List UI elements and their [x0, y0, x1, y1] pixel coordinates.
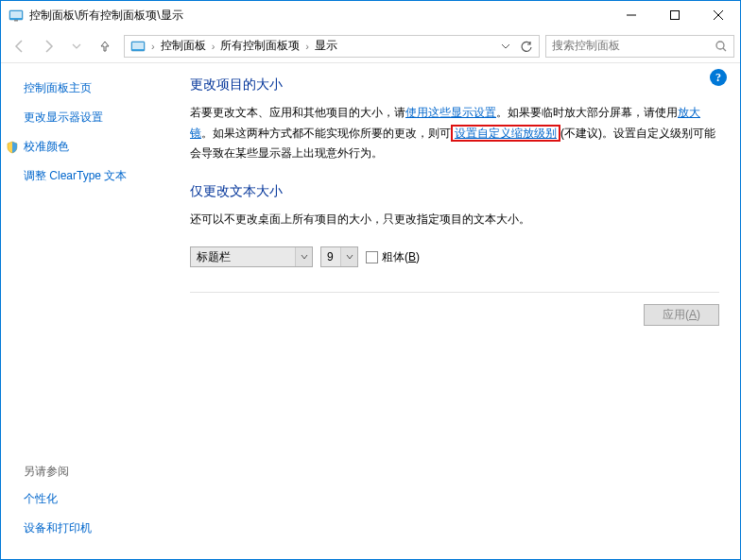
link-display-settings[interactable]: 使用这些显示设置 [405, 106, 496, 119]
svg-rect-4 [671, 11, 680, 20]
sidebar-cleartype[interactable]: 调整 ClearType 文本 [24, 168, 179, 184]
chevron-right-icon[interactable]: › [303, 41, 311, 52]
sidebar-home[interactable]: 控制面板主页 [24, 80, 179, 96]
svg-line-10 [723, 48, 726, 51]
text-size-controls: 标题栏 9 粗体(B) [190, 246, 719, 267]
close-button[interactable] [697, 1, 740, 29]
section1-text: 若要更改文本、应用和其他项目的大小，请使用这些显示设置。如果要临时放大部分屏幕，… [190, 103, 719, 164]
navbar: › 控制面板 › 所有控制面板项 › 显示 搜索控制面板 [1, 29, 740, 63]
bold-checkbox[interactable]: 粗体(B) [366, 249, 420, 265]
recent-dropdown[interactable] [63, 33, 90, 59]
search-input[interactable]: 搜索控制面板 [545, 35, 734, 58]
window-title: 控制面板\所有控制面板项\显示 [29, 8, 183, 24]
seealso-devices[interactable]: 设备和打印机 [24, 520, 179, 536]
back-button[interactable] [7, 33, 33, 59]
size-select[interactable]: 9 [320, 246, 358, 267]
svg-rect-8 [132, 42, 144, 49]
maximize-button[interactable] [653, 1, 697, 29]
item-select[interactable]: 标题栏 [190, 246, 313, 267]
breadcrumb-item[interactable]: 控制面板 [157, 38, 210, 54]
chevron-down-icon [295, 247, 312, 266]
search-icon [715, 40, 728, 53]
breadcrumb-item[interactable]: 显示 [311, 38, 341, 54]
chevron-down-icon [340, 247, 357, 266]
refresh-button[interactable] [516, 36, 537, 57]
chevron-right-icon[interactable]: › [149, 41, 157, 52]
sidebar: 控制面板主页 更改显示器设置 校准颜色 调整 ClearType 文本 另请参阅… [1, 63, 190, 559]
chevron-right-icon[interactable]: › [210, 41, 217, 52]
main: 控制面板主页 更改显示器设置 校准颜色 调整 ClearType 文本 另请参阅… [1, 63, 740, 559]
address-bar[interactable]: › 控制面板 › 所有控制面板项 › 显示 [124, 35, 540, 58]
forward-button[interactable] [35, 33, 61, 59]
address-icon [130, 39, 146, 54]
section2-title: 仅更改文本大小 [190, 183, 719, 200]
search-placeholder: 搜索控制面板 [552, 38, 715, 54]
link-custom-scaling[interactable]: 设置自定义缩放级别 [451, 125, 560, 142]
section2-text: 还可以不更改桌面上所有项目的大小，只更改指定项目的文本大小。 [190, 210, 719, 230]
breadcrumb-item[interactable]: 所有控制面板项 [216, 38, 303, 54]
help-icon[interactable]: ? [710, 69, 727, 86]
shield-icon [6, 141, 19, 154]
sidebar-seealso: 另请参阅 个性化 设备和打印机 [24, 464, 179, 548]
window-controls [610, 1, 740, 29]
address-dropdown[interactable] [495, 36, 516, 57]
apply-button[interactable]: 应用(A) [644, 304, 719, 326]
seealso-heading: 另请参阅 [24, 464, 179, 480]
minimize-button[interactable] [610, 1, 653, 29]
up-button[interactable] [92, 33, 118, 59]
section1-title: 更改项目的大小 [190, 76, 719, 93]
divider [190, 292, 719, 293]
svg-rect-2 [14, 20, 18, 22]
seealso-personalization[interactable]: 个性化 [24, 491, 179, 507]
titlebar: 控制面板\所有控制面板项\显示 [1, 1, 740, 29]
content: ? 更改项目的大小 若要更改文本、应用和其他项目的大小，请使用这些显示设置。如果… [190, 63, 740, 559]
sidebar-change-display[interactable]: 更改显示器设置 [24, 110, 179, 126]
sidebar-calibrate-color[interactable]: 校准颜色 [6, 139, 179, 155]
svg-point-9 [716, 42, 724, 49]
svg-rect-1 [10, 11, 22, 18]
checkbox-box [366, 251, 378, 263]
control-panel-icon [9, 8, 24, 23]
